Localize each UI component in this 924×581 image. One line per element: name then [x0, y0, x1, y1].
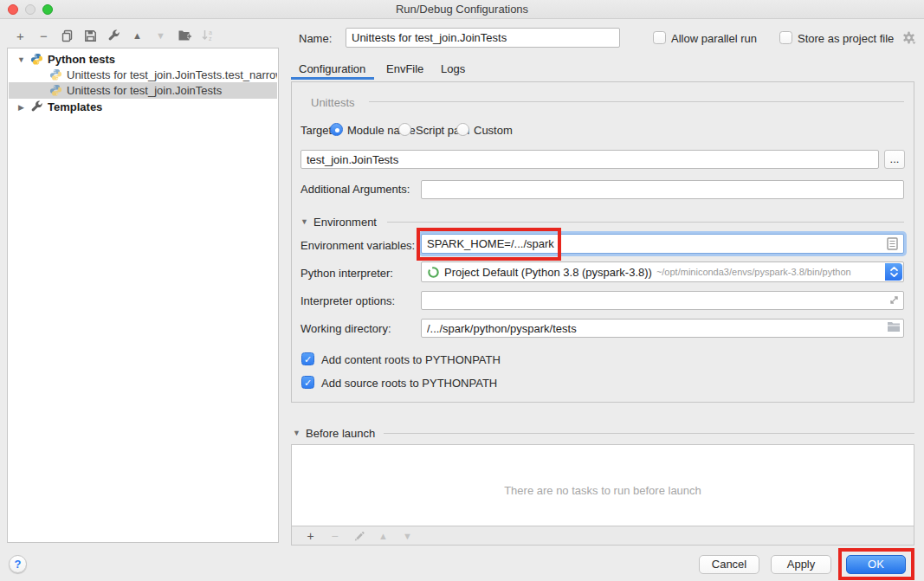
- cancel-button[interactable]: Cancel: [699, 555, 759, 574]
- active-tab-underline: [291, 77, 374, 80]
- allow-parallel-run-checkbox[interactable]: [653, 31, 666, 44]
- apply-button[interactable]: Apply: [771, 555, 831, 574]
- minimize-window-button[interactable]: [25, 4, 36, 15]
- tab-envfile[interactable]: EnvFile: [386, 62, 423, 75]
- tree-item-jointests-selected[interactable]: Unittests for test_join.JoinTests: [9, 82, 277, 99]
- unittests-group-title: Unittests: [311, 96, 355, 109]
- working-directory-label: Working directory:: [300, 322, 391, 335]
- allow-parallel-run-label: Allow parallel run: [671, 32, 757, 45]
- interpreter-options-label: Interpreter options:: [300, 294, 395, 307]
- wrench-icon: [30, 100, 43, 113]
- environment-section-collapse-icon[interactable]: ▼: [300, 217, 308, 226]
- group-separator: [369, 101, 904, 102]
- store-as-project-file-label: Store as project file: [798, 32, 894, 45]
- target-custom-label: Custom: [474, 124, 513, 137]
- move-up-icon[interactable]: ▲: [130, 29, 145, 43]
- annotation-box-env-vars: [417, 228, 561, 261]
- expand-field-icon[interactable]: [888, 294, 900, 306]
- sort-alphabetically-icon[interactable]: az: [200, 29, 215, 43]
- target-module-name-radio[interactable]: [330, 123, 343, 136]
- before-launch-task-list: There are no tasks to run before launch: [291, 444, 914, 526]
- tree-item-python-tests[interactable]: ▼ Python tests: [9, 51, 277, 68]
- add-source-roots-label: Add source roots to PYTHONPATH: [321, 377, 497, 390]
- add-content-roots-checkbox[interactable]: ✓: [301, 352, 314, 365]
- help-button[interactable]: ?: [9, 555, 27, 573]
- tree-item-templates[interactable]: ▶ Templates: [9, 99, 277, 115]
- conda-environment-icon: [427, 266, 440, 279]
- zoom-window-button[interactable]: [42, 4, 53, 15]
- move-task-up-icon[interactable]: ▲: [376, 528, 391, 543]
- tree-item-label: Python tests: [48, 53, 115, 66]
- annotation-box-ok: [838, 548, 914, 580]
- chevron-up-down-icon[interactable]: [885, 263, 902, 281]
- tree-expanded-icon[interactable]: ▼: [16, 55, 26, 64]
- store-as-project-file-checkbox[interactable]: [779, 31, 792, 44]
- target-module-input[interactable]: [300, 150, 879, 169]
- add-content-roots-label: Add content roots to PYTHONPATH: [321, 353, 501, 366]
- env-vars-editor-icon[interactable]: [887, 237, 898, 250]
- python-test-icon: [49, 84, 62, 97]
- target-script-path-radio[interactable]: [398, 123, 411, 136]
- folder-icon[interactable]: [887, 321, 901, 332]
- tree-item-label: Templates: [48, 100, 102, 113]
- add-source-roots-checkbox[interactable]: ✓: [301, 376, 314, 389]
- svg-text:a: a: [209, 29, 212, 36]
- environment-section-title: Environment: [313, 216, 377, 229]
- before-launch-empty-message: There are no tasks to run before launch: [292, 461, 914, 521]
- before-launch-title: Before launch: [306, 427, 375, 440]
- tree-item-label: Unittests for test_join.JoinTests.test_n…: [67, 68, 277, 81]
- tab-logs[interactable]: Logs: [441, 62, 465, 75]
- add-configuration-icon[interactable]: +: [13, 29, 28, 43]
- copy-configuration-icon[interactable]: [60, 29, 74, 43]
- add-task-icon[interactable]: +: [303, 528, 318, 543]
- move-task-down-icon[interactable]: ▼: [400, 528, 415, 543]
- python-icon: [30, 53, 43, 66]
- browse-button[interactable]: ...: [884, 150, 905, 169]
- title-bar: Run/Debug Configurations: [0, 0, 924, 19]
- window-title: Run/Debug Configurations: [0, 0, 924, 18]
- working-directory-input[interactable]: [421, 319, 904, 338]
- move-down-icon[interactable]: ▼: [153, 29, 168, 43]
- svg-text:z: z: [209, 36, 212, 42]
- edit-task-icon[interactable]: [352, 528, 366, 543]
- new-folder-icon[interactable]: [177, 29, 191, 43]
- before-launch-collapse-icon[interactable]: ▼: [293, 429, 300, 437]
- target-custom-radio[interactable]: [456, 123, 469, 136]
- name-input[interactable]: [346, 28, 620, 48]
- interpreter-options-input[interactable]: [421, 291, 904, 310]
- section-separator: [384, 433, 914, 434]
- remove-configuration-icon[interactable]: −: [36, 29, 51, 43]
- tree-item-test-narrow[interactable]: Unittests for test_join.JoinTests.test_n…: [9, 67, 277, 83]
- python-test-icon: [49, 68, 62, 81]
- edit-templates-icon[interactable]: [107, 29, 121, 43]
- save-configuration-icon[interactable]: [83, 29, 98, 43]
- additional-arguments-label: Additional Arguments:: [300, 183, 410, 196]
- gear-icon[interactable]: [902, 31, 916, 45]
- additional-arguments-input[interactable]: [421, 180, 904, 199]
- tab-configuration[interactable]: Configuration: [299, 62, 365, 75]
- configurations-toolbar: + − ▲ ▼ az: [13, 27, 215, 44]
- section-separator: [387, 222, 904, 223]
- python-interpreter-select[interactable]: Project Default (Python 3.8 (pyspark-3.8…: [421, 261, 904, 282]
- environment-variables-label: Environment variables:: [300, 239, 415, 252]
- python-interpreter-value: Project Default (Python 3.8 (pyspark-3.8…: [444, 266, 652, 279]
- name-label: Name:: [299, 32, 332, 45]
- remove-task-icon[interactable]: −: [327, 528, 342, 543]
- before-launch-toolbar: + − ▲ ▼: [291, 526, 914, 545]
- tree-collapsed-icon[interactable]: ▶: [16, 103, 26, 112]
- close-window-button[interactable]: [8, 4, 18, 15]
- python-interpreter-label: Python interpreter:: [300, 267, 393, 280]
- tree-item-label: Unittests for test_join.JoinTests: [67, 84, 222, 97]
- configurations-tree: ▼ Python tests Unittests for test_join.J…: [7, 48, 279, 543]
- python-interpreter-path: ~/opt/miniconda3/envs/pyspark-3.8/bin/py…: [656, 267, 851, 277]
